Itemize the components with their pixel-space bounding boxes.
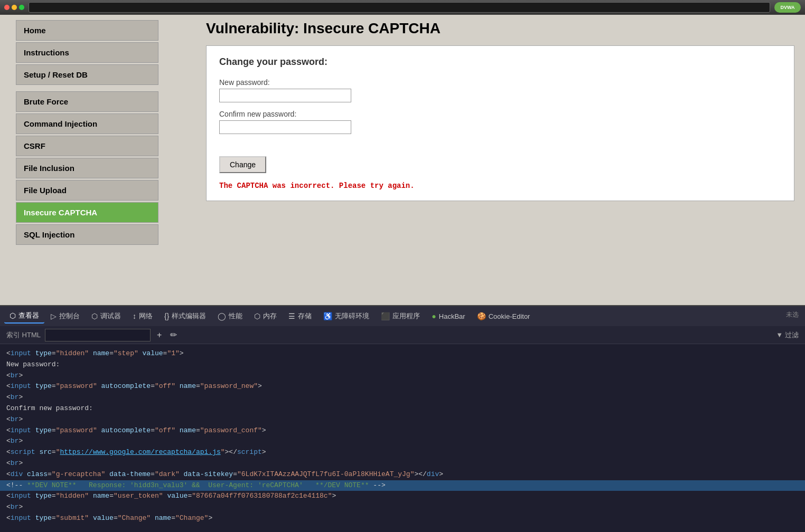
accessibility-icon: ♿ [323, 312, 332, 320]
tab-debugger[interactable]: ⬡ 调试器 [86, 309, 126, 323]
source-line: <br> [6, 392, 799, 403]
tab-network-label: 网络 [139, 311, 153, 321]
source-line: <input type="hidden" name="step" value="… [6, 348, 799, 359]
new-password-input[interactable] [219, 89, 351, 102]
sidebar-item-setup[interactable]: Setup / Reset DB [16, 64, 158, 85]
search-html-input[interactable] [45, 329, 151, 341]
source-line: Confirm new password: [6, 403, 799, 414]
source-line: <div class="g-recaptcha" data-theme="dar… [6, 469, 799, 480]
edit-button[interactable]: ✏ [168, 329, 179, 341]
sidebar-item-brute-force[interactable]: Brute Force [16, 91, 158, 112]
tab-console[interactable]: ▷ 控制台 [45, 309, 85, 323]
app-programs-icon: ⬛ [381, 312, 390, 320]
devtools-tabs: ⬡ 查看器 ▷ 控制台 ⬡ 调试器 ↕ 网络 {} 样式编辑器 ◯ 性能 ⬡ 内… [0, 306, 805, 326]
tab-inspector-label: 查看器 [18, 311, 39, 320]
source-line: <br> [6, 414, 799, 425]
style-editor-icon: {} [164, 312, 169, 320]
tab-inspector[interactable]: ⬡ 查看器 [4, 309, 44, 324]
tab-style-editor[interactable]: {} 样式编辑器 [159, 309, 211, 323]
hackbar-icon: ● [432, 312, 436, 320]
source-line: <br> [6, 502, 799, 513]
sidebar-item-insecure-captcha[interactable]: Insecure CAPTCHA [16, 202, 158, 223]
search-html-label: 索引 HTML [6, 330, 41, 340]
tab-console-label: 控制台 [59, 311, 80, 321]
new-password-label: New password: [219, 78, 781, 87]
tab-app-programs-label: 应用程序 [392, 311, 420, 321]
source-line: <br> [6, 370, 799, 382]
change-button[interactable]: Change [219, 156, 266, 173]
confirm-password-input[interactable] [219, 120, 351, 134]
not-selected-label: 未选 [786, 310, 799, 319]
tab-memory[interactable]: ⬡ 内存 [249, 309, 282, 323]
tab-hackbar[interactable]: ● HackBar [426, 310, 470, 322]
performance-icon: ◯ [218, 312, 226, 320]
source-line: <br> [6, 458, 799, 469]
filter-label: 过滤 [785, 330, 799, 340]
source-line: <br> [6, 436, 799, 447]
add-button[interactable]: + [155, 329, 164, 341]
browser-logo: DVWA [774, 2, 801, 13]
content-panel: Change your password: New password: Conf… [206, 45, 794, 201]
browser-controls [4, 5, 24, 10]
nav-group-vulnerabilities: Brute Force Command Injection CSRF File … [16, 91, 185, 245]
sidebar-item-home[interactable]: Home [16, 20, 158, 41]
confirm-password-label: Confirm new password: [219, 110, 781, 118]
source-line: <input type="hidden" name="user_token" v… [6, 491, 799, 502]
html-source: <input type="hidden" name="step" value="… [0, 344, 805, 532]
main-content: Vulnerability: Insecure CAPTCHA Change y… [195, 15, 805, 268]
tab-storage-label: 存储 [298, 311, 312, 321]
tab-style-editor-label: 样式编辑器 [172, 311, 206, 321]
browser-chrome: DVWA [0, 0, 805, 15]
network-icon: ↕ [133, 312, 136, 320]
tab-debugger-label: 调试器 [100, 311, 121, 321]
source-line: <input type="password" autocomplete="off… [6, 425, 799, 436]
tab-storage[interactable]: ☰ 存储 [283, 309, 317, 323]
sidebar-item-instructions[interactable]: Instructions [16, 42, 158, 63]
tab-app-programs[interactable]: ⬛ 应用程序 [376, 309, 425, 323]
nav-group-main: Home Instructions Setup / Reset DB [16, 20, 185, 85]
error-message: The CAPTCHA was incorrect. Please try ag… [219, 182, 781, 190]
storage-icon: ☰ [288, 312, 295, 320]
console-icon: ▷ [51, 312, 57, 320]
form-title: Change your password: [219, 56, 781, 68]
filter-icon: ▼ [776, 331, 783, 339]
cookie-editor-icon: 🍪 [477, 312, 486, 320]
sidebar: Home Instructions Setup / Reset DB Brute… [0, 15, 195, 268]
source-line: <input type="password" autocomplete="off… [6, 381, 799, 392]
devtools-toolbar: 索引 HTML + ✏ ▼ 过滤 未选 [0, 326, 805, 344]
memory-icon: ⬡ [254, 312, 260, 320]
sidebar-item-sql-injection[interactable]: SQL Injection [16, 224, 158, 245]
page-title: Vulnerability: Insecure CAPTCHA [206, 20, 794, 37]
highlighted-source-line: <!-- **DEV NOTE** Response: 'hidd3n_valu… [0, 480, 805, 491]
debugger-icon: ⬡ [91, 312, 98, 320]
sidebar-item-command-injection[interactable]: Command Injection [16, 113, 158, 134]
source-line: <script src="https://www.google.com/reca… [6, 447, 799, 458]
tab-cookie-editor-label: Cookie-Editor [489, 312, 530, 320]
inspector-icon: ⬡ [10, 311, 16, 320]
sidebar-item-csrf[interactable]: CSRF [16, 136, 158, 156]
source-line: <input type="submit" value="Change" name… [6, 513, 799, 524]
tab-accessibility[interactable]: ♿ 无障碍环境 [318, 309, 375, 323]
source-line: New password: [6, 359, 799, 370]
tab-performance[interactable]: ◯ 性能 [212, 309, 248, 323]
tab-accessibility-label: 无障碍环境 [335, 311, 369, 321]
filter-area: ▼ 过滤 [776, 330, 799, 340]
url-bar[interactable] [29, 2, 770, 13]
sidebar-item-file-inclusion[interactable]: File Inclusion [16, 158, 158, 178]
tab-cookie-editor[interactable]: 🍪 Cookie-Editor [472, 310, 536, 322]
tab-network[interactable]: ↕ 网络 [127, 309, 158, 323]
sidebar-item-file-upload[interactable]: File Upload [16, 180, 158, 201]
tab-hackbar-label: HackBar [439, 312, 465, 320]
tab-memory-label: 内存 [263, 311, 277, 321]
tab-performance-label: 性能 [229, 311, 242, 321]
devtools-panel: ⬡ 查看器 ▷ 控制台 ⬡ 调试器 ↕ 网络 {} 样式编辑器 ◯ 性能 ⬡ 内… [0, 305, 805, 532]
